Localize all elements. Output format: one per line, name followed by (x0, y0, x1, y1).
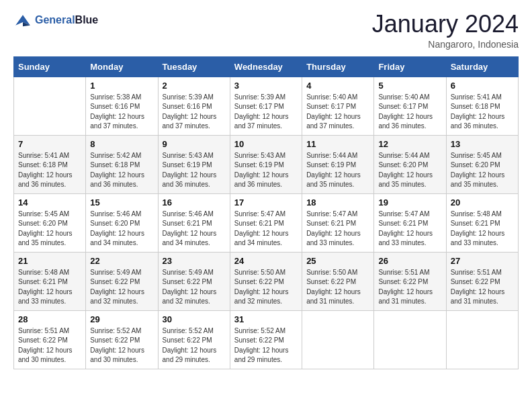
logo: GeneralBlue (13, 11, 98, 30)
calendar-cell: 4Sunrise: 5:40 AMSunset: 6:17 PMDaylight… (302, 77, 374, 135)
cell-info: Sunrise: 5:45 AMSunset: 6:20 PMDaylight:… (18, 210, 81, 248)
logo-icon (13, 11, 32, 30)
day-number: 4 (306, 81, 369, 91)
day-number: 14 (18, 197, 81, 208)
header: GeneralBlue January 2024 Nangaroro, Indo… (13, 11, 519, 50)
calendar-week-row: 1Sunrise: 5:38 AMSunset: 6:16 PMDaylight… (14, 77, 519, 135)
calendar-cell: 21Sunrise: 5:48 AMSunset: 6:21 PMDayligh… (14, 252, 86, 310)
cell-info: Sunrise: 5:47 AMSunset: 6:21 PMDaylight:… (306, 210, 369, 248)
calendar-cell: 24Sunrise: 5:50 AMSunset: 6:22 PMDayligh… (230, 252, 302, 310)
calendar-week-row: 7Sunrise: 5:41 AMSunset: 6:18 PMDaylight… (14, 135, 519, 193)
cell-info: Sunrise: 5:51 AMSunset: 6:22 PMDaylight:… (18, 326, 81, 365)
logo-line2: Blue (75, 14, 99, 26)
calendar-cell: 18Sunrise: 5:47 AMSunset: 6:21 PMDayligh… (302, 193, 374, 252)
weekday-header-saturday: Saturday (446, 56, 518, 77)
weekday-header-friday: Friday (374, 56, 446, 77)
page: GeneralBlue January 2024 Nangaroro, Indo… (0, 0, 532, 411)
calendar-table: SundayMondayTuesdayWednesdayThursdayFrid… (13, 56, 519, 369)
calendar-cell: 3Sunrise: 5:39 AMSunset: 6:17 PMDaylight… (230, 77, 302, 135)
cell-info: Sunrise: 5:50 AMSunset: 6:22 PMDaylight:… (234, 268, 298, 307)
cell-info: Sunrise: 5:43 AMSunset: 6:19 PMDaylight:… (234, 151, 298, 190)
cell-info: Sunrise: 5:39 AMSunset: 6:16 PMDaylight:… (163, 93, 226, 132)
title-block: January 2024 Nangaroro, Indonesia (372, 11, 519, 50)
calendar-cell: 7Sunrise: 5:41 AMSunset: 6:18 PMDaylight… (14, 135, 86, 193)
calendar-cell: 22Sunrise: 5:49 AMSunset: 6:22 PMDayligh… (86, 252, 158, 310)
cell-info: Sunrise: 5:52 AMSunset: 6:22 PMDaylight:… (234, 326, 298, 365)
cell-info: Sunrise: 5:42 AMSunset: 6:18 PMDaylight:… (90, 151, 153, 190)
location: Nangaroro, Indonesia (372, 39, 519, 50)
cell-info: Sunrise: 5:39 AMSunset: 6:17 PMDaylight:… (234, 93, 298, 132)
calendar-cell: 16Sunrise: 5:46 AMSunset: 6:21 PMDayligh… (158, 193, 230, 252)
weekday-header-row: SundayMondayTuesdayWednesdayThursdayFrid… (14, 56, 519, 77)
weekday-header-tuesday: Tuesday (158, 56, 230, 77)
cell-info: Sunrise: 5:46 AMSunset: 6:21 PMDaylight:… (163, 210, 226, 248)
day-number: 21 (18, 256, 81, 266)
calendar-cell: 25Sunrise: 5:50 AMSunset: 6:22 PMDayligh… (302, 252, 374, 310)
day-number: 20 (451, 197, 514, 208)
calendar-cell: 2Sunrise: 5:39 AMSunset: 6:16 PMDaylight… (158, 77, 230, 135)
cell-info: Sunrise: 5:40 AMSunset: 6:17 PMDaylight:… (378, 93, 441, 132)
day-number: 30 (163, 314, 226, 324)
day-number: 22 (90, 256, 153, 266)
day-number: 24 (234, 256, 298, 266)
calendar-cell (14, 77, 86, 135)
day-number: 11 (306, 139, 369, 149)
day-number: 5 (378, 81, 441, 91)
weekday-header-monday: Monday (86, 56, 158, 77)
calendar-cell: 1Sunrise: 5:38 AMSunset: 6:16 PMDaylight… (86, 77, 158, 135)
calendar-week-row: 14Sunrise: 5:45 AMSunset: 6:20 PMDayligh… (14, 193, 519, 252)
calendar-cell: 13Sunrise: 5:45 AMSunset: 6:20 PMDayligh… (446, 135, 518, 193)
cell-info: Sunrise: 5:50 AMSunset: 6:22 PMDaylight:… (306, 268, 369, 307)
calendar-cell: 30Sunrise: 5:52 AMSunset: 6:22 PMDayligh… (158, 310, 230, 369)
calendar-cell: 26Sunrise: 5:51 AMSunset: 6:22 PMDayligh… (374, 252, 446, 310)
cell-info: Sunrise: 5:46 AMSunset: 6:20 PMDaylight:… (90, 210, 153, 248)
day-number: 26 (378, 256, 441, 266)
day-number: 7 (18, 139, 81, 149)
cell-info: Sunrise: 5:52 AMSunset: 6:22 PMDaylight:… (90, 326, 153, 365)
cell-info: Sunrise: 5:48 AMSunset: 6:21 PMDaylight:… (18, 268, 81, 307)
cell-info: Sunrise: 5:38 AMSunset: 6:16 PMDaylight:… (90, 93, 153, 132)
cell-info: Sunrise: 5:48 AMSunset: 6:21 PMDaylight:… (451, 210, 514, 248)
calendar-cell: 17Sunrise: 5:47 AMSunset: 6:21 PMDayligh… (230, 193, 302, 252)
calendar-cell: 11Sunrise: 5:44 AMSunset: 6:19 PMDayligh… (302, 135, 374, 193)
calendar-cell (446, 310, 518, 369)
cell-info: Sunrise: 5:52 AMSunset: 6:22 PMDaylight:… (163, 326, 226, 365)
calendar-cell: 29Sunrise: 5:52 AMSunset: 6:22 PMDayligh… (86, 310, 158, 369)
calendar-cell: 5Sunrise: 5:40 AMSunset: 6:17 PMDaylight… (374, 77, 446, 135)
logo-text: GeneralBlue (35, 14, 98, 26)
weekday-header-thursday: Thursday (302, 56, 374, 77)
logo-line1: General (35, 14, 75, 26)
day-number: 2 (163, 81, 226, 91)
day-number: 8 (90, 139, 153, 149)
calendar-cell (374, 310, 446, 369)
calendar-cell: 31Sunrise: 5:52 AMSunset: 6:22 PMDayligh… (230, 310, 302, 369)
cell-info: Sunrise: 5:51 AMSunset: 6:22 PMDaylight:… (451, 268, 514, 307)
cell-info: Sunrise: 5:47 AMSunset: 6:21 PMDaylight:… (234, 210, 298, 248)
calendar-cell: 12Sunrise: 5:44 AMSunset: 6:20 PMDayligh… (374, 135, 446, 193)
cell-info: Sunrise: 5:47 AMSunset: 6:21 PMDaylight:… (378, 210, 441, 248)
day-number: 29 (90, 314, 153, 324)
day-number: 16 (163, 197, 226, 208)
day-number: 10 (234, 139, 298, 149)
cell-info: Sunrise: 5:49 AMSunset: 6:22 PMDaylight:… (90, 268, 153, 307)
cell-info: Sunrise: 5:45 AMSunset: 6:20 PMDaylight:… (451, 151, 514, 190)
calendar-cell: 23Sunrise: 5:49 AMSunset: 6:22 PMDayligh… (158, 252, 230, 310)
day-number: 6 (451, 81, 514, 91)
calendar-cell: 20Sunrise: 5:48 AMSunset: 6:21 PMDayligh… (446, 193, 518, 252)
calendar-cell: 19Sunrise: 5:47 AMSunset: 6:21 PMDayligh… (374, 193, 446, 252)
weekday-header-wednesday: Wednesday (230, 56, 302, 77)
calendar-week-row: 28Sunrise: 5:51 AMSunset: 6:22 PMDayligh… (14, 310, 519, 369)
calendar-cell: 8Sunrise: 5:42 AMSunset: 6:18 PMDaylight… (86, 135, 158, 193)
month-title: January 2024 (372, 11, 519, 38)
day-number: 27 (451, 256, 514, 266)
weekday-header-sunday: Sunday (14, 56, 86, 77)
cell-info: Sunrise: 5:44 AMSunset: 6:19 PMDaylight:… (306, 151, 369, 190)
cell-info: Sunrise: 5:40 AMSunset: 6:17 PMDaylight:… (306, 93, 369, 132)
day-number: 17 (234, 197, 298, 208)
calendar-cell: 9Sunrise: 5:43 AMSunset: 6:19 PMDaylight… (158, 135, 230, 193)
day-number: 13 (451, 139, 514, 149)
day-number: 25 (306, 256, 369, 266)
day-number: 9 (163, 139, 226, 149)
cell-info: Sunrise: 5:51 AMSunset: 6:22 PMDaylight:… (378, 268, 441, 307)
cell-info: Sunrise: 5:49 AMSunset: 6:22 PMDaylight:… (163, 268, 226, 307)
